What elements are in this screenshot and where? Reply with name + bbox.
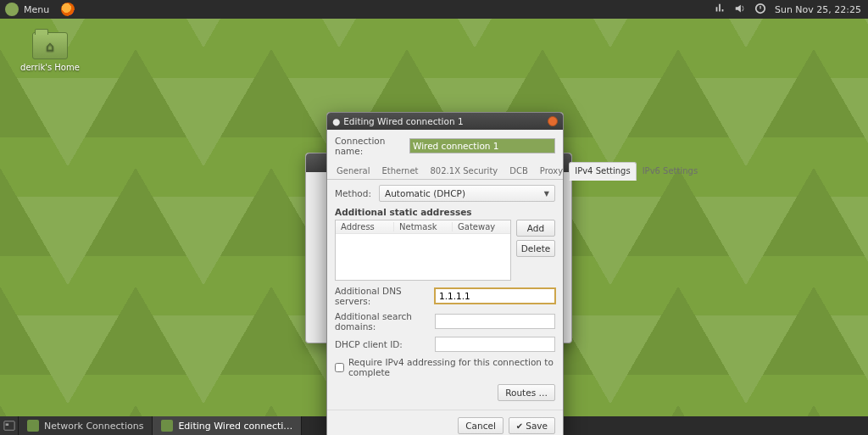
save-button-label: Save bbox=[526, 421, 548, 431]
add-address-button[interactable]: Add bbox=[516, 220, 555, 237]
taskbar-label: Editing Wired connecti… bbox=[178, 421, 292, 432]
app-icon bbox=[161, 420, 173, 432]
menu-button[interactable]: Menu bbox=[24, 4, 49, 15]
volume-indicator-icon[interactable] bbox=[734, 3, 746, 17]
tab-8021x[interactable]: 802.1X Security bbox=[425, 162, 504, 180]
connection-name-input[interactable] bbox=[409, 138, 555, 153]
taskbar-item-network-connections[interactable]: Network Connections bbox=[19, 416, 153, 435]
delete-address-button[interactable]: Delete bbox=[516, 240, 555, 257]
close-icon[interactable] bbox=[548, 116, 558, 126]
settings-tabs: General Ethernet 802.1X Security DCB Pro… bbox=[327, 161, 563, 180]
tab-dcb[interactable]: DCB bbox=[504, 162, 534, 180]
home-folder-desktop-icon[interactable]: ⌂ derrik's Home bbox=[20, 32, 80, 72]
method-label: Method: bbox=[335, 188, 374, 198]
tab-general[interactable]: General bbox=[331, 162, 376, 180]
method-combobox[interactable]: Automatic (DHCP) ▼ bbox=[379, 185, 555, 202]
require-ipv4-checkbox[interactable] bbox=[335, 363, 344, 372]
save-button[interactable]: ✔ Save bbox=[509, 417, 555, 434]
tab-ethernet[interactable]: Ethernet bbox=[376, 162, 424, 180]
col-address: Address bbox=[336, 222, 394, 231]
svg-rect-1 bbox=[5, 423, 8, 426]
method-value: Automatic (DHCP) bbox=[385, 188, 465, 198]
network-indicator-icon[interactable] bbox=[714, 3, 726, 17]
dns-servers-input[interactable] bbox=[435, 288, 555, 304]
search-domains-label: Additional search domains: bbox=[335, 311, 430, 332]
col-netmask: Netmask bbox=[394, 222, 453, 231]
tab-ipv6-settings[interactable]: IPv6 Settings bbox=[637, 162, 704, 180]
home-folder-label: derrik's Home bbox=[20, 63, 80, 72]
tab-proxy[interactable]: Proxy bbox=[534, 162, 569, 180]
taskbar-label: Network Connections bbox=[44, 421, 143, 432]
dhcp-client-id-input[interactable] bbox=[435, 337, 555, 352]
col-gateway: Gateway bbox=[453, 222, 510, 231]
cancel-button[interactable]: Cancel bbox=[458, 417, 504, 434]
addresses-table[interactable]: Address Netmask Gateway bbox=[335, 220, 511, 281]
distro-logo-icon[interactable] bbox=[5, 3, 19, 16]
home-icon: ⌂ bbox=[33, 33, 67, 59]
check-icon: ✔ bbox=[516, 421, 523, 431]
dhcp-client-id-label: DHCP client ID: bbox=[335, 339, 430, 349]
clock[interactable]: Sun Nov 25, 22:25 bbox=[775, 4, 861, 15]
desktop-wallpaper: ⌂ derrik's Home ● Editing Wired connecti… bbox=[0, 19, 868, 416]
titlebar-app-icon: ● bbox=[332, 116, 340, 126]
addresses-section-header: Additional static addresses bbox=[335, 207, 555, 217]
taskbar-item-editing-wired[interactable]: Editing Wired connecti… bbox=[153, 416, 302, 435]
edit-connection-dialog: ● Editing Wired connection 1 Connection … bbox=[326, 112, 564, 435]
dialog-title: Editing Wired connection 1 bbox=[343, 116, 463, 126]
firefox-launcher-icon[interactable] bbox=[61, 3, 75, 16]
chevron-down-icon: ▼ bbox=[544, 190, 549, 198]
show-desktop-button[interactable] bbox=[0, 416, 19, 435]
search-domains-input[interactable] bbox=[435, 314, 555, 329]
routes-button[interactable]: Routes … bbox=[498, 384, 555, 401]
dns-servers-label: Additional DNS servers: bbox=[335, 286, 430, 306]
power-indicator-icon[interactable] bbox=[754, 3, 766, 17]
require-ipv4-label: Require IPv4 addressing for this connect… bbox=[348, 357, 555, 377]
app-icon bbox=[27, 420, 39, 432]
dialog-titlebar[interactable]: ● Editing Wired connection 1 bbox=[327, 113, 563, 130]
tab-ipv4-settings[interactable]: IPv4 Settings bbox=[569, 162, 636, 181]
top-panel: Menu Sun Nov 25, 22:25 bbox=[0, 0, 868, 19]
connection-name-label: Connection name: bbox=[335, 136, 404, 156]
